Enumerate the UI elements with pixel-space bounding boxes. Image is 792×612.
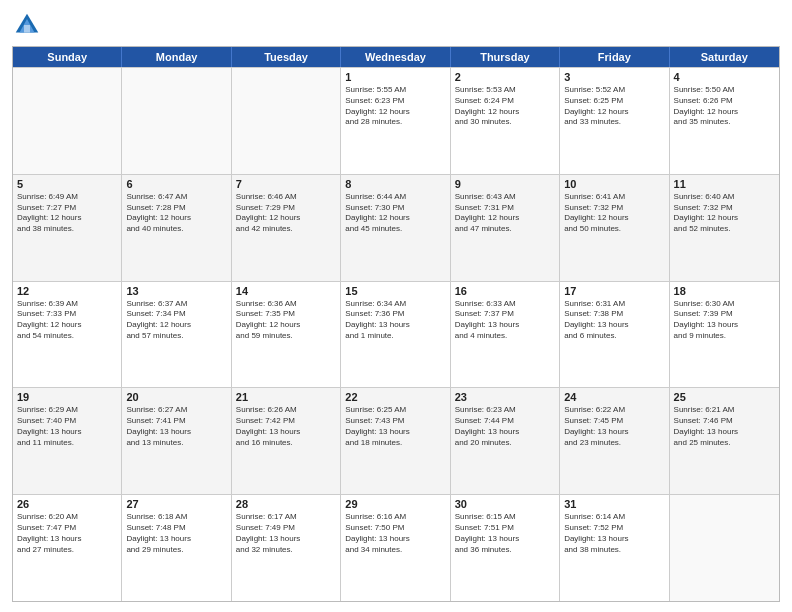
day-info: Sunrise: 6:49 AM Sunset: 7:27 PM Dayligh… bbox=[17, 192, 117, 235]
day-cell-17: 17Sunrise: 6:31 AM Sunset: 7:38 PM Dayli… bbox=[560, 282, 669, 388]
day-info: Sunrise: 6:29 AM Sunset: 7:40 PM Dayligh… bbox=[17, 405, 117, 448]
day-number: 17 bbox=[564, 285, 664, 297]
day-number: 24 bbox=[564, 391, 664, 403]
day-number: 1 bbox=[345, 71, 445, 83]
day-info: Sunrise: 6:40 AM Sunset: 7:32 PM Dayligh… bbox=[674, 192, 775, 235]
day-cell-11: 11Sunrise: 6:40 AM Sunset: 7:32 PM Dayli… bbox=[670, 175, 779, 281]
empty-cell bbox=[670, 495, 779, 601]
day-cell-10: 10Sunrise: 6:41 AM Sunset: 7:32 PM Dayli… bbox=[560, 175, 669, 281]
day-number: 19 bbox=[17, 391, 117, 403]
day-cell-26: 26Sunrise: 6:20 AM Sunset: 7:47 PM Dayli… bbox=[13, 495, 122, 601]
day-cell-23: 23Sunrise: 6:23 AM Sunset: 7:44 PM Dayli… bbox=[451, 388, 560, 494]
empty-cell bbox=[13, 68, 122, 174]
calendar-header: SundayMondayTuesdayWednesdayThursdayFrid… bbox=[13, 47, 779, 67]
day-number: 5 bbox=[17, 178, 117, 190]
day-info: Sunrise: 6:43 AM Sunset: 7:31 PM Dayligh… bbox=[455, 192, 555, 235]
empty-cell bbox=[232, 68, 341, 174]
day-cell-6: 6Sunrise: 6:47 AM Sunset: 7:28 PM Daylig… bbox=[122, 175, 231, 281]
day-cell-5: 5Sunrise: 6:49 AM Sunset: 7:27 PM Daylig… bbox=[13, 175, 122, 281]
day-info: Sunrise: 6:22 AM Sunset: 7:45 PM Dayligh… bbox=[564, 405, 664, 448]
day-number: 12 bbox=[17, 285, 117, 297]
day-cell-20: 20Sunrise: 6:27 AM Sunset: 7:41 PM Dayli… bbox=[122, 388, 231, 494]
day-cell-7: 7Sunrise: 6:46 AM Sunset: 7:29 PM Daylig… bbox=[232, 175, 341, 281]
week-row-2: 5Sunrise: 6:49 AM Sunset: 7:27 PM Daylig… bbox=[13, 174, 779, 281]
day-number: 13 bbox=[126, 285, 226, 297]
day-info: Sunrise: 6:44 AM Sunset: 7:30 PM Dayligh… bbox=[345, 192, 445, 235]
day-cell-3: 3Sunrise: 5:52 AM Sunset: 6:25 PM Daylig… bbox=[560, 68, 669, 174]
logo-icon bbox=[12, 10, 42, 40]
day-cell-15: 15Sunrise: 6:34 AM Sunset: 7:36 PM Dayli… bbox=[341, 282, 450, 388]
day-cell-19: 19Sunrise: 6:29 AM Sunset: 7:40 PM Dayli… bbox=[13, 388, 122, 494]
day-number: 11 bbox=[674, 178, 775, 190]
svg-rect-2 bbox=[24, 25, 30, 33]
day-cell-21: 21Sunrise: 6:26 AM Sunset: 7:42 PM Dayli… bbox=[232, 388, 341, 494]
calendar: SundayMondayTuesdayWednesdayThursdayFrid… bbox=[12, 46, 780, 602]
day-cell-27: 27Sunrise: 6:18 AM Sunset: 7:48 PM Dayli… bbox=[122, 495, 231, 601]
day-number: 21 bbox=[236, 391, 336, 403]
day-number: 25 bbox=[674, 391, 775, 403]
day-number: 28 bbox=[236, 498, 336, 510]
day-number: 7 bbox=[236, 178, 336, 190]
day-number: 6 bbox=[126, 178, 226, 190]
day-info: Sunrise: 6:34 AM Sunset: 7:36 PM Dayligh… bbox=[345, 299, 445, 342]
page: SundayMondayTuesdayWednesdayThursdayFrid… bbox=[0, 0, 792, 612]
day-number: 9 bbox=[455, 178, 555, 190]
day-info: Sunrise: 6:15 AM Sunset: 7:51 PM Dayligh… bbox=[455, 512, 555, 555]
header bbox=[12, 10, 780, 40]
day-number: 18 bbox=[674, 285, 775, 297]
week-row-1: 1Sunrise: 5:55 AM Sunset: 6:23 PM Daylig… bbox=[13, 67, 779, 174]
day-number: 3 bbox=[564, 71, 664, 83]
day-info: Sunrise: 6:25 AM Sunset: 7:43 PM Dayligh… bbox=[345, 405, 445, 448]
day-header-monday: Monday bbox=[122, 47, 231, 67]
day-header-tuesday: Tuesday bbox=[232, 47, 341, 67]
day-info: Sunrise: 5:55 AM Sunset: 6:23 PM Dayligh… bbox=[345, 85, 445, 128]
day-number: 2 bbox=[455, 71, 555, 83]
day-cell-18: 18Sunrise: 6:30 AM Sunset: 7:39 PM Dayli… bbox=[670, 282, 779, 388]
day-number: 22 bbox=[345, 391, 445, 403]
day-info: Sunrise: 6:46 AM Sunset: 7:29 PM Dayligh… bbox=[236, 192, 336, 235]
day-info: Sunrise: 6:39 AM Sunset: 7:33 PM Dayligh… bbox=[17, 299, 117, 342]
day-info: Sunrise: 6:36 AM Sunset: 7:35 PM Dayligh… bbox=[236, 299, 336, 342]
day-cell-28: 28Sunrise: 6:17 AM Sunset: 7:49 PM Dayli… bbox=[232, 495, 341, 601]
day-number: 29 bbox=[345, 498, 445, 510]
day-info: Sunrise: 6:31 AM Sunset: 7:38 PM Dayligh… bbox=[564, 299, 664, 342]
day-number: 4 bbox=[674, 71, 775, 83]
day-cell-4: 4Sunrise: 5:50 AM Sunset: 6:26 PM Daylig… bbox=[670, 68, 779, 174]
day-cell-12: 12Sunrise: 6:39 AM Sunset: 7:33 PM Dayli… bbox=[13, 282, 122, 388]
logo bbox=[12, 10, 46, 40]
day-info: Sunrise: 6:47 AM Sunset: 7:28 PM Dayligh… bbox=[126, 192, 226, 235]
day-cell-1: 1Sunrise: 5:55 AM Sunset: 6:23 PM Daylig… bbox=[341, 68, 450, 174]
day-info: Sunrise: 6:16 AM Sunset: 7:50 PM Dayligh… bbox=[345, 512, 445, 555]
day-number: 10 bbox=[564, 178, 664, 190]
week-row-5: 26Sunrise: 6:20 AM Sunset: 7:47 PM Dayli… bbox=[13, 494, 779, 601]
day-info: Sunrise: 6:26 AM Sunset: 7:42 PM Dayligh… bbox=[236, 405, 336, 448]
day-info: Sunrise: 6:14 AM Sunset: 7:52 PM Dayligh… bbox=[564, 512, 664, 555]
day-cell-2: 2Sunrise: 5:53 AM Sunset: 6:24 PM Daylig… bbox=[451, 68, 560, 174]
day-cell-13: 13Sunrise: 6:37 AM Sunset: 7:34 PM Dayli… bbox=[122, 282, 231, 388]
day-number: 16 bbox=[455, 285, 555, 297]
day-cell-14: 14Sunrise: 6:36 AM Sunset: 7:35 PM Dayli… bbox=[232, 282, 341, 388]
day-cell-22: 22Sunrise: 6:25 AM Sunset: 7:43 PM Dayli… bbox=[341, 388, 450, 494]
day-number: 14 bbox=[236, 285, 336, 297]
day-cell-30: 30Sunrise: 6:15 AM Sunset: 7:51 PM Dayli… bbox=[451, 495, 560, 601]
day-cell-31: 31Sunrise: 6:14 AM Sunset: 7:52 PM Dayli… bbox=[560, 495, 669, 601]
day-header-wednesday: Wednesday bbox=[341, 47, 450, 67]
day-info: Sunrise: 6:21 AM Sunset: 7:46 PM Dayligh… bbox=[674, 405, 775, 448]
day-number: 26 bbox=[17, 498, 117, 510]
day-cell-24: 24Sunrise: 6:22 AM Sunset: 7:45 PM Dayli… bbox=[560, 388, 669, 494]
day-info: Sunrise: 5:53 AM Sunset: 6:24 PM Dayligh… bbox=[455, 85, 555, 128]
day-header-sunday: Sunday bbox=[13, 47, 122, 67]
day-number: 31 bbox=[564, 498, 664, 510]
day-info: Sunrise: 6:27 AM Sunset: 7:41 PM Dayligh… bbox=[126, 405, 226, 448]
day-header-saturday: Saturday bbox=[670, 47, 779, 67]
day-cell-8: 8Sunrise: 6:44 AM Sunset: 7:30 PM Daylig… bbox=[341, 175, 450, 281]
day-info: Sunrise: 5:50 AM Sunset: 6:26 PM Dayligh… bbox=[674, 85, 775, 128]
empty-cell bbox=[122, 68, 231, 174]
week-row-3: 12Sunrise: 6:39 AM Sunset: 7:33 PM Dayli… bbox=[13, 281, 779, 388]
day-info: Sunrise: 6:41 AM Sunset: 7:32 PM Dayligh… bbox=[564, 192, 664, 235]
day-cell-16: 16Sunrise: 6:33 AM Sunset: 7:37 PM Dayli… bbox=[451, 282, 560, 388]
day-info: Sunrise: 6:20 AM Sunset: 7:47 PM Dayligh… bbox=[17, 512, 117, 555]
day-number: 15 bbox=[345, 285, 445, 297]
day-number: 23 bbox=[455, 391, 555, 403]
day-info: Sunrise: 5:52 AM Sunset: 6:25 PM Dayligh… bbox=[564, 85, 664, 128]
